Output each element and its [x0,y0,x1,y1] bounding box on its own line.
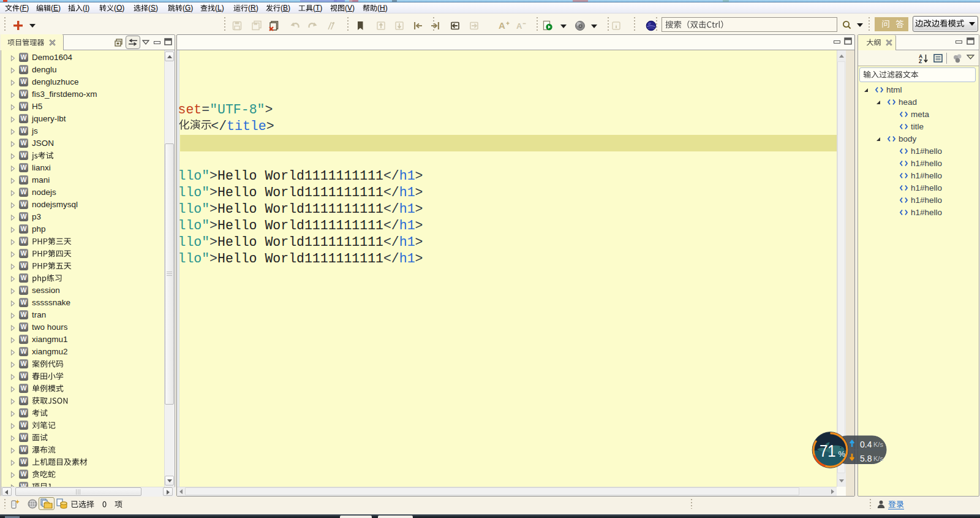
svg-text:K/s: K/s [873,455,883,462]
svg-text:A: A [516,21,522,31]
svg-text:5.8: 5.8 [860,454,872,463]
svg-text:71: 71 [820,441,836,461]
svg-text:A: A [499,20,505,31]
svg-text:K/s: K/s [873,441,883,448]
svg-text:Z: Z [919,58,922,63]
svg-text:%: % [839,449,846,459]
svg-text:0.4: 0.4 [860,440,872,449]
